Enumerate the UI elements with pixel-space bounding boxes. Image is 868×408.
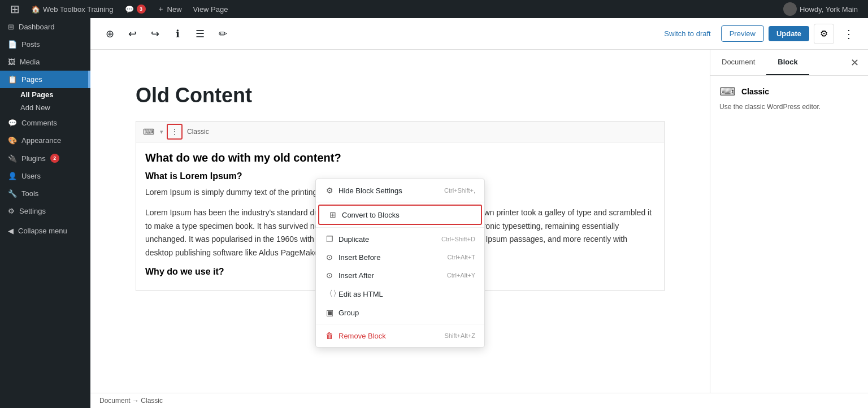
plus-icon: ＋ bbox=[157, 4, 164, 14]
gear-icon: ⚙ bbox=[820, 28, 828, 39]
site-home-icon: 🏠 bbox=[31, 5, 40, 14]
users-label: Users bbox=[21, 172, 41, 180]
ctx-after-left: ⊙ Insert After bbox=[325, 271, 374, 280]
list-view-button[interactable]: ☰ bbox=[190, 24, 210, 44]
sidebar-item-settings[interactable]: ⚙ Settings bbox=[0, 202, 90, 220]
sidebar-item-plugins[interactable]: 🔌 Plugins 2 bbox=[0, 149, 90, 167]
insert-before-icon: ⊙ bbox=[325, 253, 334, 262]
collapse-menu-button[interactable]: ◀ Collapse menu bbox=[0, 220, 90, 242]
ctx-hide-block-settings[interactable]: ⚙ Hide Block Settings Ctrl+Shift+, bbox=[316, 181, 484, 199]
ctx-before-left: ⊙ Insert Before bbox=[325, 253, 380, 262]
code-editor-button[interactable]: ✏ bbox=[212, 24, 233, 44]
ctx-after-shortcut: Ctrl+Alt+Y bbox=[447, 272, 475, 279]
info-button[interactable]: ℹ bbox=[167, 24, 188, 44]
ctx-group[interactable]: ▣ Group bbox=[316, 303, 484, 322]
list-icon: ☰ bbox=[196, 28, 205, 40]
ellipsis-vertical-icon: ⋮ bbox=[843, 28, 854, 40]
adminbar-comments[interactable]: 💬 3 bbox=[119, 0, 151, 18]
appearance-icon: 🎨 bbox=[8, 136, 17, 145]
ctx-convert-to-blocks[interactable]: ⊞ Convert to Blocks bbox=[318, 205, 482, 225]
ctx-html-left: 〈〉 Edit as HTML bbox=[325, 289, 383, 299]
sidebar-item-comments[interactable]: 💬 Comments bbox=[0, 114, 90, 132]
panel-settings-button[interactable]: ⚙ bbox=[814, 24, 834, 44]
ctx-divider-3 bbox=[316, 324, 484, 324]
ctx-hide-label: Hide Block Settings bbox=[338, 186, 402, 195]
preview-button[interactable]: Preview bbox=[721, 25, 764, 42]
panel-content: ⌨ Classic Use the classic WordPress edit… bbox=[710, 76, 868, 393]
ctx-convert-left: ⊞ Convert to Blocks bbox=[328, 210, 400, 219]
context-menu: ⚙ Hide Block Settings Ctrl+Shift+, ⊞ Con… bbox=[315, 179, 485, 348]
posts-label: Posts bbox=[21, 40, 40, 49]
panel-block-name: Classic bbox=[741, 87, 769, 96]
ctx-after-label: Insert After bbox=[338, 271, 374, 280]
tab-document[interactable]: Document bbox=[710, 50, 766, 75]
adminbar-view-page[interactable]: View Page bbox=[188, 0, 234, 18]
right-panel: Document Block ✕ ⌨ Classic Use the class… bbox=[710, 50, 868, 393]
pages-icon: 📋 bbox=[8, 75, 17, 84]
collapse-icon: ◀ bbox=[8, 227, 14, 235]
info-icon: ℹ bbox=[176, 28, 180, 40]
collapse-label: Collapse menu bbox=[18, 227, 67, 235]
ctx-hide-block-settings-left: ⚙ Hide Block Settings bbox=[325, 186, 402, 195]
howdy-text: Howdy, York Main bbox=[800, 5, 858, 14]
adminbar-site[interactable]: 🏠 Web Toolbox Training bbox=[25, 0, 119, 18]
ctx-insert-after[interactable]: ⊙ Insert After Ctrl+Alt+Y bbox=[316, 266, 484, 284]
sidebar: ⊞ Dashboard 📄 Posts 🖼 Media 📋 Pages All … bbox=[0, 18, 90, 408]
sidebar-item-posts[interactable]: 📄 Posts bbox=[0, 36, 90, 53]
user-avatar bbox=[783, 2, 797, 16]
update-button[interactable]: Update bbox=[769, 26, 809, 41]
ctx-duplicate[interactable]: ❐ Duplicate Ctrl+Shift+D bbox=[316, 230, 484, 248]
main-area: ⊕ ↩ ↪ ℹ ☰ ✏ Switch to draft Preview Upda… bbox=[90, 18, 868, 408]
redo-icon: ↪ bbox=[151, 28, 159, 40]
toolbar-right: Switch to draft Preview Update ⚙ ⋮ bbox=[658, 24, 859, 44]
ctx-dup-left: ❐ Duplicate bbox=[325, 235, 369, 244]
ctx-edit-html[interactable]: 〈〉 Edit as HTML bbox=[316, 284, 484, 303]
plugins-icon: 🔌 bbox=[8, 154, 17, 163]
ctx-remove-block[interactable]: 🗑 Remove Block Shift+Alt+Z bbox=[316, 327, 484, 345]
three-dots-icon: ⋮ bbox=[171, 127, 179, 136]
plugins-label: Plugins bbox=[21, 154, 46, 163]
comments-label: Comments bbox=[21, 119, 57, 127]
sidebar-sub-all-pages[interactable]: All Pages bbox=[0, 88, 90, 101]
adminbar-user[interactable]: Howdy, York Main bbox=[778, 2, 863, 16]
panel-close-button[interactable]: ✕ bbox=[845, 54, 863, 72]
dashboard-icon: ⊞ bbox=[8, 23, 14, 31]
editor-footer: Document → Classic bbox=[90, 393, 868, 408]
pencil-icon: ✏ bbox=[219, 28, 227, 40]
ctx-before-shortcut: Ctrl+Alt+T bbox=[447, 254, 475, 261]
undo-button[interactable]: ↩ bbox=[122, 24, 142, 44]
ctx-insert-before[interactable]: ⊙ Insert Before Ctrl+Alt+T bbox=[316, 248, 484, 266]
sidebar-item-pages[interactable]: 📋 Pages bbox=[0, 71, 90, 88]
media-label: Media bbox=[20, 58, 40, 66]
sidebar-item-users[interactable]: 👤 Users bbox=[0, 167, 90, 185]
more-options-button[interactable]: ⋮ bbox=[839, 24, 859, 44]
redo-button[interactable]: ↪ bbox=[145, 24, 165, 44]
block-type-button[interactable]: ⌨ bbox=[141, 124, 157, 140]
ctx-group-label: Group bbox=[338, 309, 359, 317]
ctx-remove-label: Remove Block bbox=[338, 332, 386, 340]
tools-icon: 🔧 bbox=[8, 189, 17, 198]
sidebar-item-appearance[interactable]: 🎨 Appearance bbox=[0, 132, 90, 149]
sidebar-sub-add-new[interactable]: Add New bbox=[0, 101, 90, 114]
para2-prefix: Lore bbox=[145, 208, 161, 217]
sidebar-item-media[interactable]: 🖼 Media bbox=[0, 53, 90, 71]
sidebar-item-tools[interactable]: 🔧 Tools bbox=[0, 185, 90, 202]
site-name: Web Toolbox Training bbox=[43, 5, 114, 14]
tab-block[interactable]: Block bbox=[766, 50, 809, 75]
close-icon: ✕ bbox=[850, 57, 859, 69]
settings-icon: ⚙ bbox=[8, 207, 15, 215]
adminbar-logo[interactable]: ⊞ bbox=[5, 0, 25, 18]
trash-icon: 🗑 bbox=[325, 331, 334, 340]
page-title: Old Content bbox=[136, 84, 665, 107]
add-block-button[interactable]: ⊕ bbox=[99, 24, 120, 44]
adminbar-new[interactable]: ＋ New bbox=[151, 0, 188, 18]
switch-to-draft-button[interactable]: Switch to draft bbox=[658, 26, 716, 41]
ctx-group-left: ▣ Group bbox=[325, 308, 359, 317]
hide-settings-icon: ⚙ bbox=[325, 186, 334, 195]
new-label: New bbox=[167, 5, 182, 14]
plugins-badge: 2 bbox=[50, 154, 59, 163]
sidebar-item-dashboard[interactable]: ⊞ Dashboard bbox=[0, 18, 90, 36]
more-options-block-button[interactable]: ⋮ bbox=[167, 124, 183, 140]
toolbar-arrow: ▾ bbox=[160, 128, 163, 136]
ctx-divider-1 bbox=[316, 202, 484, 202]
